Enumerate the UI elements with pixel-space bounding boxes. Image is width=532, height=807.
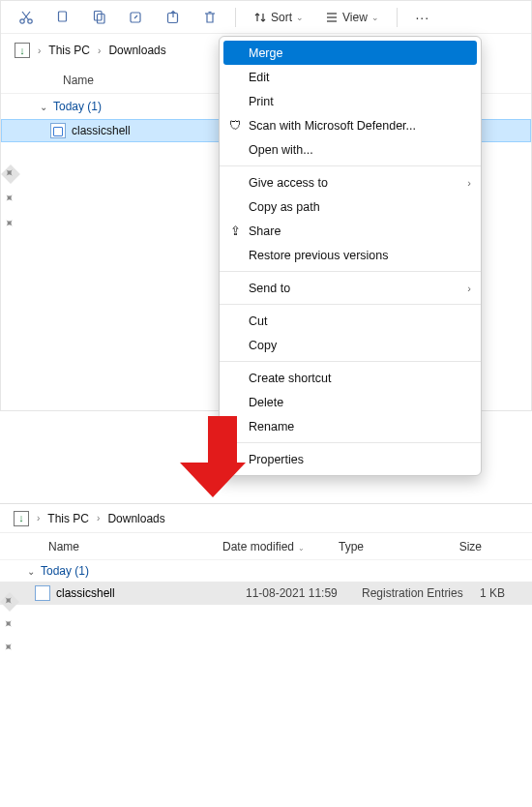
downloads-folder-icon[interactable]: ↓ (14, 511, 29, 526)
pin-icon[interactable]: ✦ (0, 639, 19, 658)
menu-cut[interactable]: Cut (220, 309, 481, 333)
context-menu: Merge Edit Print 🛡Scan with Microsoft De… (219, 36, 482, 476)
chevron-right-icon: › (467, 177, 471, 189)
file-name: classicshell (56, 586, 115, 600)
svg-rect-2 (59, 12, 67, 21)
copy-icon[interactable] (47, 4, 78, 31)
file-row[interactable]: classicshell 11-08-2021 11:59 Registrati… (0, 582, 532, 605)
pin-icon[interactable]: ✦ (0, 592, 19, 612)
breadcrumb-this-pc[interactable]: This PC (47, 512, 89, 525)
breadcrumb-downloads[interactable]: Downloads (107, 512, 164, 525)
downloads-folder-icon[interactable]: ↓ (15, 43, 30, 58)
sort-icon (253, 11, 267, 24)
group-today[interactable]: ⌄ Today (1) (0, 560, 532, 582)
rename-icon[interactable] (121, 4, 152, 31)
reg-file-icon (35, 585, 50, 601)
menu-edit[interactable]: Edit (220, 65, 481, 89)
sort-button[interactable]: Sort⌄ (246, 11, 311, 24)
column-name[interactable]: Name (48, 540, 222, 553)
pin-icon[interactable]: ✦ (1, 164, 20, 184)
menu-delete[interactable]: Delete (220, 390, 481, 414)
shield-icon: 🛡 (227, 119, 243, 133)
cut-icon[interactable] (11, 4, 42, 31)
menu-copy-as-path[interactable]: Copy as path (220, 194, 481, 219)
menu-create-shortcut[interactable]: Create shortcut (220, 366, 481, 390)
view-button[interactable]: View⌄ (317, 11, 387, 24)
pin-rail: ✦ ✦ ✦ (1, 167, 20, 231)
menu-rename[interactable]: Rename (220, 414, 481, 438)
workflow-arrow-icon (198, 416, 246, 497)
pin-rail: ✦ ✦ ✦ (0, 595, 19, 655)
menu-send-to[interactable]: Send to› (220, 276, 481, 300)
breadcrumb-downloads[interactable]: Downloads (108, 44, 165, 57)
column-date[interactable]: Date modified⌄ (222, 540, 339, 553)
pin-icon[interactable]: ✦ (1, 215, 20, 234)
view-icon (325, 11, 339, 24)
breadcrumb-this-pc[interactable]: This PC (48, 44, 90, 57)
pin-icon[interactable]: ✦ (0, 615, 19, 635)
group-label: Today (1) (53, 100, 102, 113)
column-name[interactable]: Name (63, 74, 237, 87)
explorer-top: Sort⌄ View⌄ ··· ↓ › This PC › Downloads … (0, 0, 532, 411)
menu-print[interactable]: Print (220, 89, 481, 113)
menu-open-with[interactable]: Open with... (220, 137, 481, 162)
menu-merge[interactable]: Merge (223, 41, 477, 65)
svg-rect-3 (95, 11, 103, 20)
delete-icon[interactable] (194, 4, 225, 31)
chevron-right-icon: › (38, 45, 41, 56)
menu-properties[interactable]: Properties (220, 447, 481, 471)
file-name: classicshell (72, 124, 131, 137)
column-size[interactable]: Size (445, 540, 493, 553)
reg-file-icon (50, 123, 66, 138)
share-icon: ⇪ (227, 224, 243, 238)
menu-give-access[interactable]: Give access to› (220, 170, 481, 194)
file-date: 11-08-2021 11:59 (246, 586, 362, 600)
group-label: Today (1) (41, 564, 89, 578)
command-bar: Sort⌄ View⌄ ··· (1, 1, 531, 34)
chevron-right-icon: › (37, 513, 40, 523)
more-button[interactable]: ··· (407, 4, 438, 31)
column-type[interactable]: Type (339, 540, 445, 553)
menu-scan-defender[interactable]: 🛡Scan with Microsoft Defender... (220, 113, 481, 137)
paste-icon[interactable] (84, 4, 115, 31)
breadcrumb: ↓ › This PC › Downloads (0, 504, 532, 533)
chevron-right-icon: › (97, 513, 100, 523)
explorer-bottom: ↓ › This PC › Downloads Name Date modifi… (0, 503, 532, 807)
file-type: Registration Entries (362, 586, 468, 600)
menu-copy[interactable]: Copy (220, 333, 481, 357)
chevron-down-icon: ⌄ (27, 566, 35, 577)
chevron-right-icon: › (467, 283, 471, 294)
chevron-right-icon: › (98, 45, 101, 56)
chevron-down-icon: ⌄ (298, 544, 305, 553)
menu-share[interactable]: ⇪Share (220, 219, 481, 243)
chevron-down-icon: ⌄ (40, 102, 47, 112)
svg-rect-4 (98, 14, 105, 23)
column-headers: Name Date modified⌄ Type Size (0, 533, 532, 560)
menu-restore-versions[interactable]: Restore previous versions (220, 243, 481, 267)
pin-icon[interactable]: ✦ (1, 190, 20, 209)
file-size: 1 KB (468, 586, 515, 600)
share-icon[interactable] (158, 4, 189, 31)
